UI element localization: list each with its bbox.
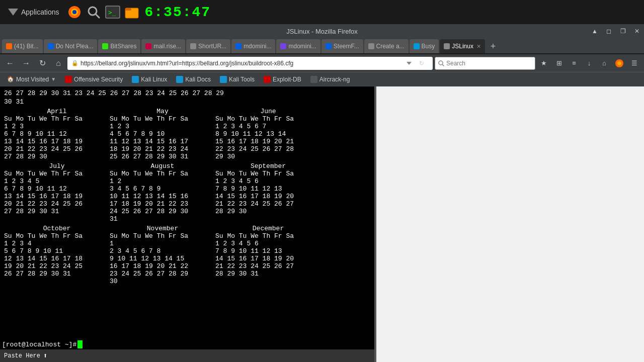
menu-button[interactable]: ☰ <box>628 57 641 70</box>
bookmark-offensive-security-label: Offensive Security <box>74 76 123 83</box>
bookmark-kali-docs-label: Kali Docs <box>185 76 211 83</box>
reload-button[interactable]: ↻ <box>35 56 49 70</box>
tab-tab8[interactable]: SteemF... <box>321 39 363 53</box>
tab-tab7[interactable]: mdomini... <box>276 39 320 53</box>
tab-close-icon[interactable]: ✕ <box>476 43 481 50</box>
terminal[interactable]: 26 27 28 29 30 31 23 24 25 26 27 28 23 2… <box>0 86 376 362</box>
back-button[interactable]: ← <box>3 56 17 70</box>
bookmark-most-visited[interactable]: 🏠 Most Visited ▼ <box>3 75 60 84</box>
titlebar-controls: ▲ ◻ ❐ ✕ <box>588 24 644 38</box>
svg-line-11 <box>442 64 444 66</box>
firefox-taskbar-icon[interactable] <box>66 4 83 20</box>
search-taskbar-icon[interactable] <box>86 4 102 20</box>
taskbar: Applications >_ 6:35:47 <box>0 0 644 24</box>
titlebar-title: JSLinux - Mozilla Firefox <box>286 28 358 35</box>
clock: 6:35:47 <box>145 5 211 20</box>
svg-point-13 <box>617 61 621 65</box>
terminal-prompt: [root@localhost ~]# <box>2 341 76 348</box>
download-button[interactable]: ↓ <box>583 57 596 70</box>
bookmark-kali-linux-label: Kali Linux <box>141 76 167 83</box>
navbar: ← → ↻ ⌂ 🔒 https://bellard.org/jslinux/vm… <box>0 54 644 72</box>
terminal-cursor <box>77 340 83 348</box>
paste-label: Paste Here <box>4 352 40 359</box>
maximize-button[interactable]: ◻ <box>602 24 616 38</box>
reader-view-button[interactable]: ≡ <box>568 57 581 70</box>
svg-rect-8 <box>125 8 131 11</box>
svg-line-4 <box>96 14 99 18</box>
tab-tab6[interactable]: mdomini... <box>231 39 275 53</box>
tab-tab3[interactable]: BitShares <box>98 39 140 53</box>
terminal-taskbar-icon[interactable]: >_ <box>105 4 121 20</box>
search-bar[interactable] <box>435 57 535 70</box>
bookmark-offensive-security[interactable]: Offensive Security <box>61 75 127 84</box>
bookmark-list-button[interactable]: ⊞ <box>552 57 566 70</box>
url-bar[interactable]: 🔒 https://bellard.org/jslinux/vm.html?ur… <box>67 57 433 70</box>
tab-tab5[interactable]: ShortUR... <box>186 39 230 53</box>
files-taskbar-icon[interactable] <box>124 4 140 20</box>
bookmark-kali-tools-label: Kali Tools <box>229 76 255 83</box>
tab-tab4[interactable]: mail.rise... <box>141 39 185 53</box>
bookmark-exploit-db-label: Exploit-DB <box>273 76 301 83</box>
bookmark-most-visited-label: Most Visited <box>16 76 49 83</box>
apps-label: Applications <box>21 8 59 16</box>
svg-text:>_: >_ <box>108 9 116 16</box>
tabs-container: (41) Bit...Do Not Plea...BitSharesmail.r… <box>2 39 486 53</box>
bookmarks-bar: 🏠 Most Visited ▼ Offensive Security Kali… <box>0 72 644 86</box>
home-nav-button[interactable]: ⌂ <box>598 57 611 70</box>
home-button[interactable]: ⌂ <box>51 56 65 70</box>
svg-point-2 <box>72 10 76 14</box>
new-tab-button[interactable]: + <box>486 39 500 53</box>
tabbar: (41) Bit...Do Not Plea...BitSharesmail.r… <box>0 38 644 54</box>
firefox-account-button[interactable] <box>613 57 626 70</box>
paste-bar[interactable]: Paste Here ⬆ <box>0 349 374 362</box>
terminal-prompt-area: [root@localhost ~]# <box>0 339 374 349</box>
url-dropdown-icon[interactable] <box>406 60 413 67</box>
bookmark-kali-tools[interactable]: Kali Tools <box>216 75 259 84</box>
restore-button[interactable]: ❐ <box>616 24 630 38</box>
apps-menu-button[interactable]: Applications <box>4 6 63 18</box>
minimize-button[interactable]: ▲ <box>588 24 602 38</box>
bookmark-exploit-db[interactable]: Exploit-DB <box>260 75 305 84</box>
bookmark-aircrack-label: Aircrack-ng <box>319 76 350 83</box>
close-button[interactable]: ✕ <box>630 24 644 38</box>
tab-tab11[interactable]: JSLinux✕ <box>440 39 485 53</box>
search-input[interactable] <box>446 60 532 67</box>
url-text: https://bellard.org/jslinux/vm.html?url=… <box>80 60 404 67</box>
refresh-icon[interactable]: ↻ <box>415 56 429 70</box>
titlebar: JSLinux - Mozilla Firefox ▲ ◻ ❐ ✕ <box>0 24 644 38</box>
bookmark-kali-linux[interactable]: Kali Linux <box>128 75 171 84</box>
terminal-content: 26 27 28 29 30 31 23 24 25 26 27 28 23 2… <box>0 86 374 339</box>
bookmark-aircrack[interactable]: Aircrack-ng <box>306 75 354 84</box>
bookmark-star-button[interactable]: ★ <box>537 57 550 70</box>
triangle-icon <box>8 9 18 16</box>
forward-button[interactable]: → <box>19 56 33 70</box>
tab-tab1[interactable]: (41) Bit... <box>2 39 43 53</box>
sidebar <box>376 86 644 362</box>
upload-icon: ⬆ <box>43 351 47 360</box>
tab-tab10[interactable]: Busy <box>410 39 439 53</box>
search-icon <box>438 60 444 66</box>
tab-tab9[interactable]: Create a... <box>364 39 409 53</box>
svg-marker-9 <box>407 62 412 65</box>
bookmark-kali-docs[interactable]: Kali Docs <box>172 75 215 84</box>
main-content: 26 27 28 29 30 31 23 24 25 26 27 28 23 2… <box>0 86 644 362</box>
tab-tab2[interactable]: Do Not Plea... <box>44 39 98 53</box>
